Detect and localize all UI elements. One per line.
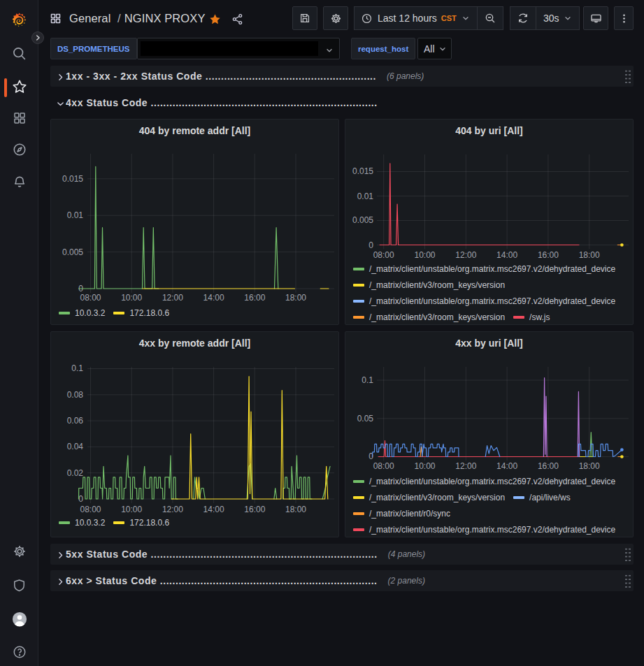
svg-text:12:00: 12:00 — [162, 293, 183, 303]
svg-text:12:00: 12:00 — [162, 505, 183, 514]
svg-text:16:00: 16:00 — [538, 461, 559, 471]
svg-text:14:00: 14:00 — [496, 461, 517, 471]
svg-text:0.04: 0.04 — [67, 442, 84, 451]
svg-text:0.015: 0.015 — [62, 174, 83, 184]
svg-text:0.02: 0.02 — [67, 468, 84, 478]
svg-text:08:00: 08:00 — [373, 250, 394, 260]
svg-text:16:00: 16:00 — [244, 293, 265, 303]
svg-text:14:00: 14:00 — [496, 250, 517, 260]
svg-text:0: 0 — [78, 494, 83, 504]
svg-text:10:00: 10:00 — [414, 461, 435, 471]
svg-text:18:00: 18:00 — [579, 250, 600, 260]
svg-text:0.1: 0.1 — [362, 375, 373, 385]
svg-text:10:00: 10:00 — [121, 505, 142, 514]
svg-text:18:00: 18:00 — [285, 293, 306, 303]
svg-text:16:00: 16:00 — [244, 505, 265, 514]
svg-text:14:00: 14:00 — [203, 505, 224, 514]
svg-text:18:00: 18:00 — [579, 461, 600, 471]
svg-text:10:00: 10:00 — [121, 293, 142, 303]
svg-text:0.01: 0.01 — [67, 210, 84, 220]
svg-text:0.06: 0.06 — [67, 416, 84, 426]
svg-text:18:00: 18:00 — [285, 505, 306, 514]
svg-text:0.015: 0.015 — [352, 166, 373, 176]
svg-text:12:00: 12:00 — [455, 250, 476, 260]
svg-text:0.08: 0.08 — [67, 390, 84, 400]
svg-text:10:00: 10:00 — [414, 250, 435, 260]
svg-text:0.05: 0.05 — [357, 414, 374, 424]
svg-text:08:00: 08:00 — [80, 293, 101, 303]
svg-text:12:00: 12:00 — [455, 461, 476, 471]
svg-text:16:00: 16:00 — [538, 250, 559, 260]
svg-text:08:00: 08:00 — [80, 505, 101, 514]
svg-text:0.005: 0.005 — [62, 247, 83, 257]
svg-text:0.01: 0.01 — [357, 191, 374, 201]
svg-text:0.005: 0.005 — [352, 215, 373, 225]
svg-text:14:00: 14:00 — [203, 293, 224, 303]
svg-text:0: 0 — [368, 240, 373, 250]
svg-text:08:00: 08:00 — [373, 461, 394, 471]
svg-text:0.1: 0.1 — [71, 363, 83, 373]
